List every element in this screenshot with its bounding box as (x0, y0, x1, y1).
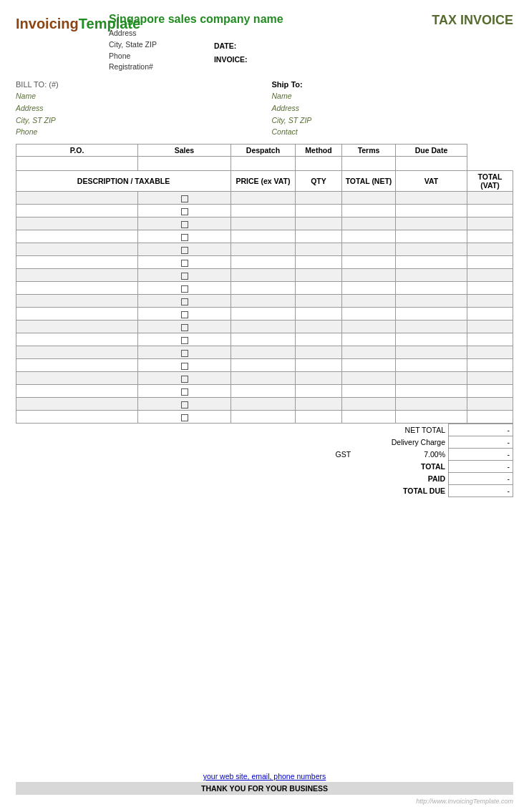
item-qty (296, 308, 342, 321)
item-checkbox[interactable] (181, 376, 188, 383)
item-checkbox-cell[interactable] (138, 282, 231, 295)
item-checkbox[interactable] (181, 221, 188, 228)
col-totnet-header: TOTAL (NET) (342, 171, 396, 192)
item-checkbox-cell[interactable] (138, 256, 231, 269)
item-desc (16, 256, 138, 269)
item-checkbox[interactable] (181, 234, 188, 241)
item-total-vat (467, 243, 513, 256)
item-checkbox-cell[interactable] (138, 359, 231, 372)
company-city: City, State ZIP (109, 39, 157, 51)
item-checkbox-cell[interactable] (138, 372, 231, 385)
item-checkbox-cell[interactable] (138, 321, 231, 333)
item-checkbox-cell[interactable] (138, 243, 231, 256)
item-total-net (342, 346, 396, 359)
item-checkbox[interactable] (181, 324, 188, 331)
item-price (231, 243, 296, 256)
item-checkbox[interactable] (181, 388, 188, 396)
item-desc (16, 243, 138, 256)
totals-spacer-5 (16, 473, 281, 485)
item-checkbox[interactable] (181, 311, 188, 318)
item-checkbox[interactable] (181, 363, 188, 370)
table-row (16, 372, 513, 385)
item-checkbox[interactable] (181, 260, 188, 267)
item-checkbox-cell[interactable] (138, 308, 231, 321)
paid-label: PAID (281, 473, 449, 485)
totals-spacer-4 (16, 461, 281, 473)
item-total-vat (467, 333, 513, 346)
item-vat (396, 217, 467, 230)
item-price (231, 321, 296, 333)
item-desc (16, 269, 138, 282)
item-checkbox[interactable] (181, 247, 188, 254)
item-checkbox-cell[interactable] (138, 411, 231, 424)
ship-to: Ship To: Name Address City, ST ZIP Conta… (265, 80, 514, 138)
item-price (231, 411, 296, 424)
col-po-header: P.O. (16, 145, 138, 157)
gst-value: - (449, 449, 513, 461)
table-row (16, 411, 513, 424)
company-registration: Registration# (109, 62, 157, 73)
company-address: Address (109, 28, 399, 39)
item-checkbox[interactable] (181, 414, 188, 421)
table-row (16, 230, 513, 243)
item-vat (396, 411, 467, 424)
col-despatch-header: Despatch (231, 145, 296, 157)
table-row (16, 269, 513, 282)
item-checkbox[interactable] (181, 337, 188, 344)
item-checkbox-cell[interactable] (138, 398, 231, 411)
totals-spacer-1 (16, 424, 281, 436)
item-total-net (342, 295, 396, 308)
table-header-row-2: DESCRIPTION / TAXABLE PRICE (ex VAT) QTY… (16, 171, 513, 192)
item-total-net (342, 217, 396, 230)
bill-to-hash: (#) (49, 80, 58, 89)
sales-value (138, 157, 231, 171)
table-row (16, 205, 513, 217)
tax-invoice-title: TAX INVOICE (432, 13, 513, 28)
item-checkbox-cell[interactable] (138, 230, 231, 243)
item-checkbox-cell[interactable] (138, 217, 231, 230)
item-checkbox-cell[interactable] (138, 295, 231, 308)
table-row (16, 359, 513, 372)
item-checkbox-cell[interactable] (138, 269, 231, 282)
gst-rate: 7.00% (354, 449, 448, 461)
item-checkbox-cell[interactable] (138, 346, 231, 359)
item-checkbox-cell[interactable] (138, 192, 231, 205)
item-qty (296, 230, 342, 243)
col-method-header: Method (296, 145, 342, 157)
item-checkbox[interactable] (181, 298, 188, 305)
bill-to-name: Name (16, 90, 258, 102)
col-terms-header: Terms (342, 145, 396, 157)
item-total-net (342, 230, 396, 243)
item-checkbox[interactable] (181, 273, 188, 280)
item-checkbox[interactable] (181, 350, 188, 357)
table-row (16, 346, 513, 359)
item-checkbox-cell[interactable] (138, 385, 231, 398)
item-price (231, 205, 296, 217)
item-total-vat (467, 269, 513, 282)
item-checkbox[interactable] (181, 285, 188, 293)
item-vat (396, 230, 467, 243)
item-desc (16, 333, 138, 346)
item-total-vat (467, 192, 513, 205)
delivery-label: Delivery Charge (281, 436, 449, 449)
gst-label: GST (281, 449, 354, 461)
bill-to-phone: Phone (16, 126, 258, 138)
item-total-vat (467, 295, 513, 308)
item-checkbox[interactable] (181, 401, 188, 409)
bill-to-address: Address (16, 102, 258, 114)
item-qty (296, 192, 342, 205)
totals-spacer-6 (16, 485, 281, 497)
item-checkbox-cell[interactable] (138, 333, 231, 346)
item-checkbox[interactable] (181, 208, 188, 215)
item-desc (16, 295, 138, 308)
item-total-net (342, 256, 396, 269)
item-qty (296, 205, 342, 217)
item-price (231, 333, 296, 346)
footer-thank-you: THANK YOU FOR YOUR BUSINESS (16, 782, 513, 795)
total-label: TOTAL (281, 461, 449, 473)
item-checkbox[interactable] (181, 195, 188, 202)
item-total-net (342, 205, 396, 217)
item-total-vat (467, 217, 513, 230)
footer-link[interactable]: your web site, email, phone numbers (203, 772, 326, 781)
item-checkbox-cell[interactable] (138, 205, 231, 217)
